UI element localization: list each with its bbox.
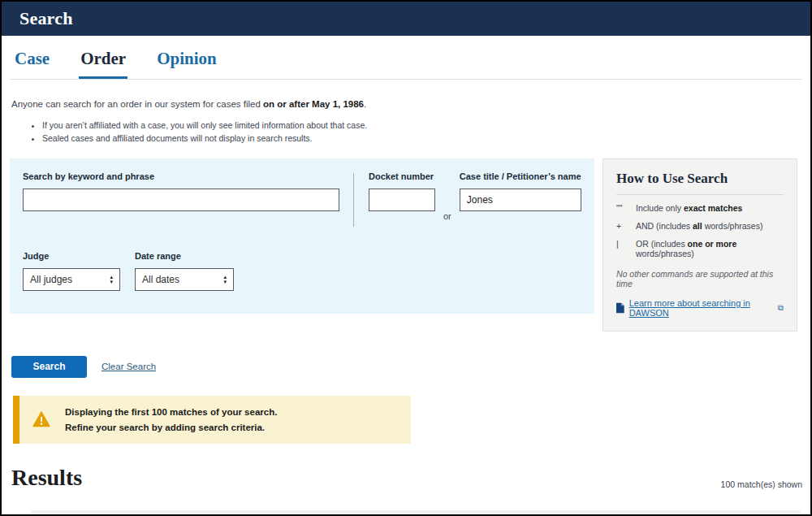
tab-order[interactable]: Order [79, 47, 127, 79]
pdf-icon [616, 302, 624, 314]
info-bullets: If you aren’t affiliated with a case, yo… [42, 119, 802, 145]
form-row-1: Search by keyword and phrase Docket numb… [23, 171, 581, 227]
warning-triangle-icon [32, 411, 50, 427]
warning-text: Displaying the first 100 matches of your… [65, 407, 277, 432]
keyword-input[interactable] [23, 189, 339, 211]
tab-opinion[interactable]: Opinion [155, 47, 218, 79]
tab-case[interactable]: Case [13, 47, 51, 79]
form-divider [353, 173, 354, 227]
judge-group: Judge All judges ▴▾ [23, 251, 120, 291]
match-count: 100 match(es) shown [721, 479, 802, 491]
docket-group: Docket number [369, 171, 435, 211]
date-range-label: Date range [135, 251, 234, 261]
date-range-select-value: All dates [142, 274, 179, 285]
warning-line-2: Refine your search by adding search crit… [65, 423, 277, 432]
actions-row: Search Clear Search [10, 356, 802, 378]
judge-label: Judge [23, 251, 120, 261]
judge-select[interactable]: All judges ▴▾ [23, 268, 120, 291]
order-search-form: Search by keyword and phrase Docket numb… [10, 158, 594, 314]
rule-bold: exact matches [684, 203, 742, 213]
intro-text: Anyone can search for an order in our sy… [11, 99, 801, 109]
plus-symbol: + [616, 221, 636, 231]
docket-number-input[interactable] [369, 189, 435, 211]
docket-label: Docket number [369, 171, 435, 181]
help-title: How to Use Search [616, 171, 784, 195]
how-to-search-panel: How to Use Search "" Include only exact … [603, 158, 797, 332]
rule-post: words/phrases) [702, 221, 763, 231]
app-header: Search [2, 2, 810, 36]
help-rule-text: AND (includes all words/phrases) [636, 221, 762, 231]
or-text: or [443, 211, 451, 227]
select-arrows-icon: ▴▾ [110, 275, 113, 284]
clear-search-link[interactable]: Clear Search [102, 362, 156, 371]
rule-pre: OR (includes [636, 239, 688, 249]
help-note: No other commands are supported at this … [616, 269, 784, 288]
case-title-label: Case title / Petitioner’s name [460, 171, 581, 181]
results-table-header: Date Order Case Title Judge Pages Docket… [31, 510, 801, 516]
results-title: Results [11, 465, 82, 491]
rule-post: words/phrases) [636, 249, 694, 258]
help-rule-exact: "" Include only exact matches [616, 203, 784, 213]
intro-bold: on or after May 1, 1986 [263, 99, 364, 109]
intro-pre: Anyone can search for an order in our sy… [11, 99, 263, 109]
external-link-icon: ⧉ [778, 303, 784, 313]
keyword-group: Search by keyword and phrase [23, 171, 339, 211]
rule-bold: one or more [688, 239, 737, 249]
rule-pre: Include only [636, 203, 684, 213]
warning-line-1: Displaying the first 100 matches of your… [65, 407, 277, 417]
page-title: Search [19, 8, 73, 29]
dawson-help-link[interactable]: Learn more about searching in DAWSON [629, 298, 773, 318]
date-range-select[interactable]: All dates ▴▾ [135, 268, 234, 291]
help-link-row: Learn more about searching in DAWSON ⧉ [616, 298, 784, 318]
help-rule-text: OR (includes one or more words/phrases) [636, 239, 784, 258]
main-content: Case Order Opinion Anyone can search for… [2, 47, 810, 516]
pipe-symbol: | [616, 239, 636, 258]
quotes-symbol: "" [616, 203, 636, 213]
judge-select-value: All judges [30, 274, 72, 285]
intro-post: . [364, 99, 366, 109]
case-title-group: Case title / Petitioner’s name [460, 171, 581, 211]
bullet-affiliation: If you aren’t affiliated with a case, yo… [42, 119, 802, 132]
rule-bold: all [693, 221, 702, 231]
help-rule-and: + AND (includes all words/phrases) [616, 221, 784, 231]
page: Search Case Order Opinion Anyone can sea… [0, 0, 812, 516]
search-button[interactable]: Search [11, 356, 87, 378]
help-rule-or: | OR (includes one or more words/phrases… [616, 239, 784, 258]
date-range-group: Date range All dates ▴▾ [135, 251, 234, 291]
form-row-2: Judge All judges ▴▾ Date range All dates… [23, 251, 581, 291]
select-arrows-icon: ▴▾ [223, 275, 227, 284]
search-tabs: Case Order Opinion [10, 47, 802, 80]
rule-pre: AND (includes [636, 221, 693, 231]
form-zone: Search by keyword and phrase Docket numb… [10, 158, 802, 332]
results-header: Results 100 match(es) shown [10, 465, 802, 491]
bullet-sealed: Sealed cases and affiliated documents wi… [42, 132, 802, 145]
keyword-label: Search by keyword and phrase [23, 171, 339, 181]
warning-banner: Displaying the first 100 matches of your… [13, 396, 411, 444]
help-rule-text: Include only exact matches [636, 203, 742, 213]
case-title-input[interactable] [460, 189, 581, 211]
